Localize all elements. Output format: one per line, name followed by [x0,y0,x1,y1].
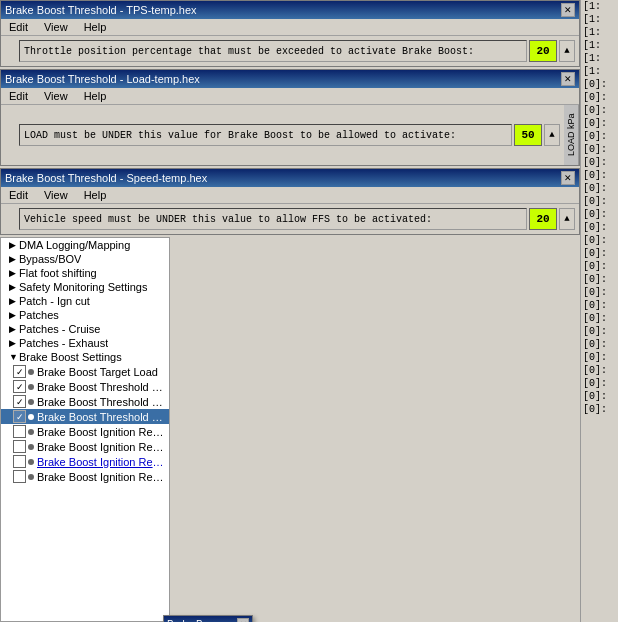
tree-item-dma[interactable]: ▶ DMA Logging/Mapping [1,238,169,252]
tree-item-patches-cruise[interactable]: ▶ Patches - Cruise [1,322,169,336]
tps-menu-edit[interactable]: Edit [5,20,32,34]
tps-close-button[interactable]: ✕ [561,3,575,17]
hex-line-8: [0]: [583,91,616,104]
load-side-label: LOAD kPa [564,105,579,165]
popup-close-button[interactable]: ✕ [237,618,249,622]
speed-value[interactable]: 20 [529,208,557,230]
bb-threshold-speed-label: Brake Boost Threshold - Speed [37,411,165,423]
tree-item-bb-threshold-load[interactable]: ✓ Brake Boost Threshold - Load [1,379,169,394]
tree-item-bb-ign-max[interactable]: Brake Boost Ignition Retard - Max Angle [1,424,169,439]
tree-item-brake-boost[interactable]: ▼ Brake Boost Settings [1,350,169,364]
bb-threshold-load-dot-icon [28,384,34,390]
load-value[interactable]: 50 [514,124,542,146]
tree-item-bb-ign-end[interactable]: Brake Boost Ignition Retard - End Point [1,454,169,469]
tps-panel: Brake Boost Threshold - TPS-temp.hex ✕ E… [0,0,580,67]
speed-menu-help[interactable]: Help [80,188,111,202]
hex-line-6: [1: [583,65,616,78]
tree-panel: ▶ DMA Logging/Mapping ▶ Bypass/BOV ▶ Fla… [0,237,170,622]
patches-exhaust-arrow-icon: ▶ [9,338,19,348]
bb-ign-interp-checkbox[interactable] [13,470,26,483]
tree-item-patch-ign[interactable]: ▶ Patch - Ign cut [1,294,169,308]
patches-exhaust-label: Patches - Exhaust [19,337,108,349]
tps-content: Throttle position percentage that must b… [1,36,579,66]
speed-scroll-btn[interactable]: ▲ [559,208,575,230]
tree-item-bb-ign-force[interactable]: Brake Boost Ignition Retard - Force Map [1,439,169,454]
hex-line-23: [0]: [583,286,616,299]
hex-line-19: [0]: [583,234,616,247]
hex-line-17: [0]: [583,208,616,221]
hex-line-2: [1: [583,13,616,26]
tree-item-bb-target[interactable]: ✓ Brake Boost Target Load [1,364,169,379]
load-label: LOAD must be UNDER this value for Brake … [19,124,512,146]
bb-threshold-tps-label: Brake Boost Threshold - TPS [37,396,165,408]
bb-ign-end-dot-icon [28,459,34,465]
tree-item-patches[interactable]: ▶ Patches [1,308,169,322]
load-menu-help[interactable]: Help [80,89,111,103]
tps-value[interactable]: 20 [529,40,557,62]
bb-threshold-load-label: Brake Boost Threshold - Load [37,381,165,393]
bb-threshold-speed-checkbox[interactable]: ✓ [13,410,26,423]
hex-line-14: [0]: [583,169,616,182]
load-menu-bar: Edit View Help [1,88,579,105]
bb-target-dot-icon [28,369,34,375]
hex-line-18: [0]: [583,221,616,234]
load-panel: Brake Boost Threshold - Load-temp.hex ✕ … [0,69,580,166]
bb-threshold-tps-checkbox[interactable]: ✓ [13,395,26,408]
speed-menu-edit[interactable]: Edit [5,188,32,202]
popup-title-bar: Brake Bo... ✕ [164,616,252,622]
speed-close-button[interactable]: ✕ [561,171,575,185]
load-menu-view[interactable]: View [40,89,72,103]
bb-ign-force-label: Brake Boost Ignition Retard - Force Map [37,441,165,453]
tps-menu-help[interactable]: Help [80,20,111,34]
dma-arrow-icon: ▶ [9,240,19,250]
bb-ign-max-label: Brake Boost Ignition Retard - Max Angle [37,426,165,438]
brake-boost-label: Brake Boost Settings [19,351,122,363]
tree-item-bb-threshold-speed[interactable]: ✓ Brake Boost Threshold - Speed [1,409,169,424]
load-menu-edit[interactable]: Edit [5,89,32,103]
bb-ign-interp-label: Brake Boost Ignition Retard - Interpolat… [37,471,165,483]
tps-scroll-btn[interactable]: ▲ [559,40,575,62]
bypass-arrow-icon: ▶ [9,254,19,264]
bb-ign-end-label[interactable]: Brake Boost Ignition Retard - End Point [37,456,165,468]
dma-label: DMA Logging/Mapping [19,239,130,251]
patches-cruise-arrow-icon: ▶ [9,324,19,334]
hex-line-27: [0]: [583,338,616,351]
hex-line-32: [0]: [583,403,616,416]
popup-title: Brake Bo... [167,619,216,623]
bb-ign-end-checkbox[interactable] [13,455,26,468]
bb-ign-max-checkbox[interactable] [13,425,26,438]
tps-label: Throttle position percentage that must b… [19,40,527,62]
bb-ign-force-checkbox[interactable] [13,440,26,453]
tps-menu-view[interactable]: View [40,20,72,34]
bb-threshold-load-checkbox[interactable]: ✓ [13,380,26,393]
load-title-bar: Brake Boost Threshold - Load-temp.hex ✕ [1,70,579,88]
speed-title: Brake Boost Threshold - Speed-temp.hex [5,172,207,184]
tree-item-bb-ign-interp[interactable]: Brake Boost Ignition Retard - Interpolat… [1,469,169,484]
tree-item-flat-foot[interactable]: ▶ Flat foot shifting [1,266,169,280]
speed-title-bar: Brake Boost Threshold - Speed-temp.hex ✕ [1,169,579,187]
bottom-section: ▶ DMA Logging/Mapping ▶ Bypass/BOV ▶ Fla… [0,237,580,622]
load-scroll-btn[interactable]: ▲ [544,124,560,146]
speed-menu-view[interactable]: View [40,188,72,202]
tps-title: Brake Boost Threshold - TPS-temp.hex [5,4,197,16]
right-hex-panel: [1: [1: [1: [1: [1: [1: [0]: [0]: [0]: [… [580,0,618,622]
tree-item-bypass[interactable]: ▶ Bypass/BOV [1,252,169,266]
hex-line-13: [0]: [583,156,616,169]
hex-line-11: [0]: [583,130,616,143]
hex-line-24: [0]: [583,299,616,312]
tree-item-safety[interactable]: ▶ Safety Monitoring Settings [1,280,169,294]
patches-label: Patches [19,309,59,321]
bb-target-checkbox[interactable]: ✓ [13,365,26,378]
hex-line-4: [1: [583,39,616,52]
hex-line-16: [0]: [583,195,616,208]
load-close-button[interactable]: ✕ [561,72,575,86]
tree-item-bb-threshold-tps[interactable]: ✓ Brake Boost Threshold - TPS [1,394,169,409]
hex-line-3: [1: [583,26,616,39]
bb-ign-max-dot-icon [28,429,34,435]
hex-line-1: [1: [583,0,616,13]
hex-line-28: [0]: [583,351,616,364]
bb-threshold-speed-dot-icon [28,414,34,420]
hex-line-20: [0]: [583,247,616,260]
tree-item-patches-exhaust[interactable]: ▶ Patches - Exhaust [1,336,169,350]
flat-foot-arrow-icon: ▶ [9,268,19,278]
